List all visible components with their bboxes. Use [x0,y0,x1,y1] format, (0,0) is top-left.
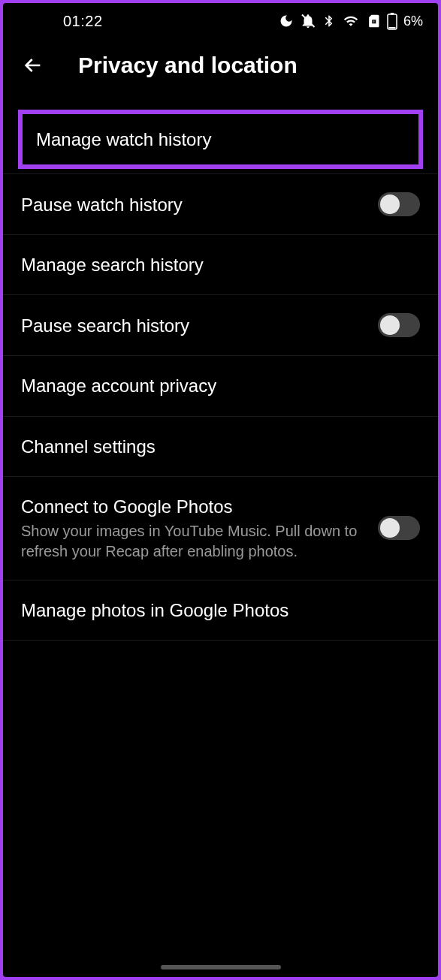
svg-rect-2 [390,13,394,15]
pause-search-history-toggle[interactable] [378,313,420,337]
manage-account-privacy-item[interactable]: Manage account privacy [3,356,438,416]
status-icons: 6% [279,12,423,30]
status-bar: 01:22 6% [3,3,438,39]
pause-watch-history-item[interactable]: Pause watch history [3,174,438,235]
wifi-icon [342,14,360,29]
item-label: Manage account privacy [21,374,420,397]
bluetooth-icon [322,14,336,29]
battery-percent: 6% [403,14,423,29]
toggle-knob [380,315,400,335]
item-label: Manage watch history [36,128,405,151]
item-label: Channel settings [21,435,420,458]
toggle-knob [380,194,400,214]
manage-search-history-item[interactable]: Manage search history [3,235,438,295]
channel-settings-item[interactable]: Channel settings [3,417,438,477]
nav-handle[interactable] [161,965,281,969]
pause-search-history-item[interactable]: Pause search history [3,295,438,356]
battery-icon [387,12,397,30]
item-label: Connect to Google Photos [21,495,363,518]
item-label: Pause watch history [21,193,363,216]
settings-list: Manage watch history Pause watch history… [3,92,438,977]
manage-photos-item[interactable]: Manage photos in Google Photos [3,580,438,641]
item-subtitle: Show your images in YouTube Music. Pull … [21,521,363,562]
highlight-box: Manage watch history [18,110,423,169]
toggle-knob [380,518,400,538]
item-label: Pause search history [21,314,363,337]
svg-rect-3 [388,27,395,29]
item-label: Manage search history [21,253,420,276]
arrow-back-icon [21,53,45,77]
mute-icon [300,13,316,29]
status-time: 01:22 [63,13,103,30]
connect-google-photos-item[interactable]: Connect to Google Photos Show your image… [3,477,438,580]
item-label: Manage photos in Google Photos [21,599,420,622]
dnd-moon-icon [279,14,294,29]
header: Privacy and location [3,39,438,92]
sim-error-icon [366,14,381,29]
page-title: Privacy and location [78,53,298,78]
connect-google-photos-toggle[interactable] [378,516,420,540]
back-button[interactable] [18,50,48,80]
manage-watch-history-item[interactable]: Manage watch history [23,114,418,164]
pause-watch-history-toggle[interactable] [378,192,420,216]
